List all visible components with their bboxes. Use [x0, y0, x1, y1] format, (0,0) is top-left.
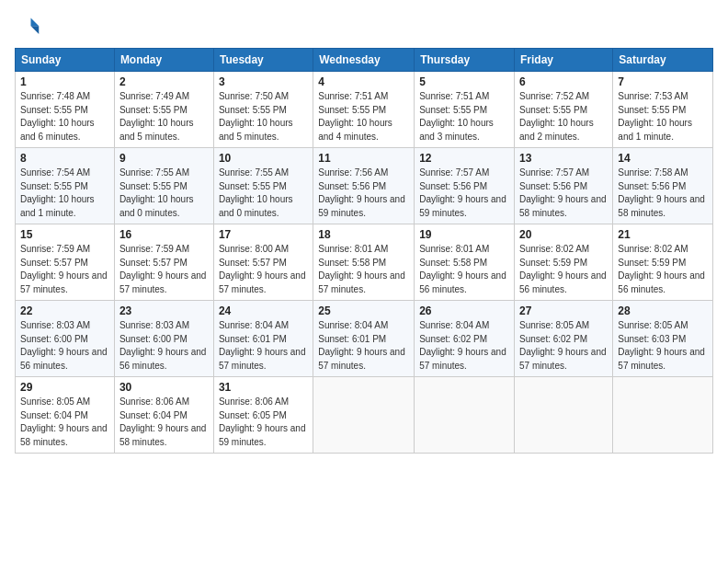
day-number: 9: [119, 152, 209, 165]
day-info: Sunrise: 7:53 AMSunset: 5:55 PMDaylight:…: [618, 90, 708, 144]
day-cell-26: 26Sunrise: 8:04 AMSunset: 6:02 PMDayligh…: [415, 301, 515, 377]
day-info: Sunrise: 7:57 AMSunset: 5:56 PMDaylight:…: [419, 167, 509, 220]
day-info: Sunrise: 8:05 AMSunset: 6:04 PMDaylight:…: [20, 396, 109, 449]
empty-cell: [415, 377, 515, 454]
day-cell-27: 27Sunrise: 8:05 AMSunset: 6:02 PMDayligh…: [515, 301, 613, 377]
day-number: 30: [119, 381, 209, 394]
day-number: 16: [119, 228, 209, 241]
day-cell-28: 28Sunrise: 8:05 AMSunset: 6:03 PMDayligh…: [613, 301, 713, 377]
day-info: Sunrise: 7:48 AMSunset: 5:55 PMDaylight:…: [20, 90, 109, 144]
weekday-header-thursday: Thursday: [415, 49, 515, 72]
day-cell-20: 20Sunrise: 8:02 AMSunset: 5:59 PMDayligh…: [515, 224, 613, 301]
day-number: 28: [618, 304, 708, 317]
week-row-1: 1Sunrise: 7:48 AMSunset: 5:55 PMDaylight…: [16, 72, 713, 148]
week-row-3: 15Sunrise: 7:59 AMSunset: 5:57 PMDayligh…: [16, 224, 713, 301]
day-number: 26: [419, 304, 509, 317]
day-info: Sunrise: 7:49 AMSunset: 5:55 PMDaylight:…: [119, 90, 209, 144]
day-info: Sunrise: 8:01 AMSunset: 5:58 PMDaylight:…: [419, 243, 509, 296]
day-cell-8: 8Sunrise: 7:54 AMSunset: 5:55 PMDaylight…: [16, 148, 115, 224]
day-cell-30: 30Sunrise: 8:06 AMSunset: 6:04 PMDayligh…: [114, 377, 213, 454]
day-info: Sunrise: 7:56 AMSunset: 5:56 PMDaylight:…: [318, 167, 409, 220]
weekday-header-tuesday: Tuesday: [213, 49, 313, 72]
week-row-4: 22Sunrise: 8:03 AMSunset: 6:00 PMDayligh…: [16, 301, 713, 377]
day-number: 15: [20, 228, 109, 241]
day-number: 5: [419, 75, 509, 88]
day-cell-7: 7Sunrise: 7:53 AMSunset: 5:55 PMDaylight…: [613, 72, 713, 148]
day-info: Sunrise: 8:00 AMSunset: 5:57 PMDaylight:…: [219, 243, 308, 296]
day-cell-2: 2Sunrise: 7:49 AMSunset: 5:55 PMDaylight…: [114, 72, 213, 148]
day-number: 2: [119, 75, 209, 88]
day-cell-12: 12Sunrise: 7:57 AMSunset: 5:56 PMDayligh…: [415, 148, 515, 224]
day-info: Sunrise: 7:51 AMSunset: 5:55 PMDaylight:…: [318, 90, 409, 144]
day-number: 17: [219, 228, 308, 241]
day-info: Sunrise: 7:58 AMSunset: 5:56 PMDaylight:…: [618, 167, 708, 220]
day-info: Sunrise: 7:54 AMSunset: 5:55 PMDaylight:…: [20, 167, 109, 220]
week-row-5: 29Sunrise: 8:05 AMSunset: 6:04 PMDayligh…: [16, 377, 713, 454]
empty-cell: [515, 377, 613, 454]
day-number: 20: [519, 228, 608, 241]
day-cell-14: 14Sunrise: 7:58 AMSunset: 5:56 PMDayligh…: [613, 148, 713, 224]
day-cell-13: 13Sunrise: 7:57 AMSunset: 5:56 PMDayligh…: [515, 148, 613, 224]
day-number: 31: [219, 381, 308, 394]
day-cell-17: 17Sunrise: 8:00 AMSunset: 5:57 PMDayligh…: [213, 224, 313, 301]
day-cell-18: 18Sunrise: 8:01 AMSunset: 5:58 PMDayligh…: [313, 224, 415, 301]
calendar-table: SundayMondayTuesdayWednesdayThursdayFrid…: [15, 48, 713, 454]
day-number: 4: [318, 75, 409, 88]
day-cell-29: 29Sunrise: 8:05 AMSunset: 6:04 PMDayligh…: [16, 377, 115, 454]
day-info: Sunrise: 8:06 AMSunset: 6:04 PMDaylight:…: [119, 396, 209, 449]
day-number: 22: [20, 304, 109, 317]
day-cell-11: 11Sunrise: 7:56 AMSunset: 5:56 PMDayligh…: [313, 148, 415, 224]
weekday-header-monday: Monday: [114, 49, 213, 72]
day-info: Sunrise: 8:02 AMSunset: 5:59 PMDaylight:…: [618, 243, 708, 296]
day-cell-1: 1Sunrise: 7:48 AMSunset: 5:55 PMDaylight…: [16, 72, 115, 148]
day-number: 24: [219, 304, 308, 317]
day-number: 12: [419, 152, 509, 165]
day-info: Sunrise: 7:59 AMSunset: 5:57 PMDaylight:…: [119, 243, 209, 296]
day-cell-6: 6Sunrise: 7:52 AMSunset: 5:55 PMDaylight…: [515, 72, 613, 148]
day-cell-21: 21Sunrise: 8:02 AMSunset: 5:59 PMDayligh…: [613, 224, 713, 301]
page: SundayMondayTuesdayWednesdayThursdayFrid…: [0, 0, 728, 563]
day-info: Sunrise: 8:03 AMSunset: 6:00 PMDaylight:…: [20, 319, 109, 373]
day-cell-15: 15Sunrise: 7:59 AMSunset: 5:57 PMDayligh…: [16, 224, 115, 301]
day-info: Sunrise: 7:55 AMSunset: 5:55 PMDaylight:…: [119, 167, 209, 220]
empty-cell: [313, 377, 415, 454]
day-cell-24: 24Sunrise: 8:04 AMSunset: 6:01 PMDayligh…: [213, 301, 313, 377]
weekday-header-saturday: Saturday: [613, 49, 713, 72]
day-cell-25: 25Sunrise: 8:04 AMSunset: 6:01 PMDayligh…: [313, 301, 415, 377]
logo: [15, 15, 44, 40]
day-cell-23: 23Sunrise: 8:03 AMSunset: 6:00 PMDayligh…: [114, 301, 213, 377]
day-info: Sunrise: 8:05 AMSunset: 6:02 PMDaylight:…: [519, 319, 608, 373]
day-number: 25: [318, 304, 409, 317]
weekday-header-friday: Friday: [515, 49, 613, 72]
day-cell-9: 9Sunrise: 7:55 AMSunset: 5:55 PMDaylight…: [114, 148, 213, 224]
empty-cell: [613, 377, 713, 454]
day-info: Sunrise: 8:04 AMSunset: 6:02 PMDaylight:…: [419, 319, 509, 373]
day-info: Sunrise: 7:57 AMSunset: 5:56 PMDaylight:…: [519, 167, 608, 220]
day-info: Sunrise: 7:52 AMSunset: 5:55 PMDaylight:…: [519, 90, 608, 144]
day-number: 10: [219, 152, 308, 165]
day-info: Sunrise: 8:01 AMSunset: 5:58 PMDaylight:…: [318, 243, 409, 296]
svg-marker-1: [31, 26, 40, 34]
day-cell-10: 10Sunrise: 7:55 AMSunset: 5:55 PMDayligh…: [213, 148, 313, 224]
day-cell-5: 5Sunrise: 7:51 AMSunset: 5:55 PMDaylight…: [415, 72, 515, 148]
day-cell-19: 19Sunrise: 8:01 AMSunset: 5:58 PMDayligh…: [415, 224, 515, 301]
day-number: 29: [20, 381, 109, 394]
day-info: Sunrise: 8:04 AMSunset: 6:01 PMDaylight:…: [318, 319, 409, 373]
day-number: 11: [318, 152, 409, 165]
day-cell-16: 16Sunrise: 7:59 AMSunset: 5:57 PMDayligh…: [114, 224, 213, 301]
day-info: Sunrise: 8:02 AMSunset: 5:59 PMDaylight:…: [519, 243, 608, 296]
day-number: 18: [318, 228, 409, 241]
svg-marker-0: [31, 18, 40, 27]
day-info: Sunrise: 7:59 AMSunset: 5:57 PMDaylight:…: [20, 243, 109, 296]
logo-icon: [15, 15, 40, 40]
day-number: 21: [618, 228, 708, 241]
day-number: 13: [519, 152, 608, 165]
day-info: Sunrise: 8:06 AMSunset: 6:05 PMDaylight:…: [219, 396, 308, 449]
day-info: Sunrise: 7:51 AMSunset: 5:55 PMDaylight:…: [419, 90, 509, 144]
day-number: 7: [618, 75, 708, 88]
header: [15, 15, 713, 40]
day-number: 23: [119, 304, 209, 317]
day-number: 1: [20, 75, 109, 88]
week-row-2: 8Sunrise: 7:54 AMSunset: 5:55 PMDaylight…: [16, 148, 713, 224]
day-info: Sunrise: 8:05 AMSunset: 6:03 PMDaylight:…: [618, 319, 708, 373]
